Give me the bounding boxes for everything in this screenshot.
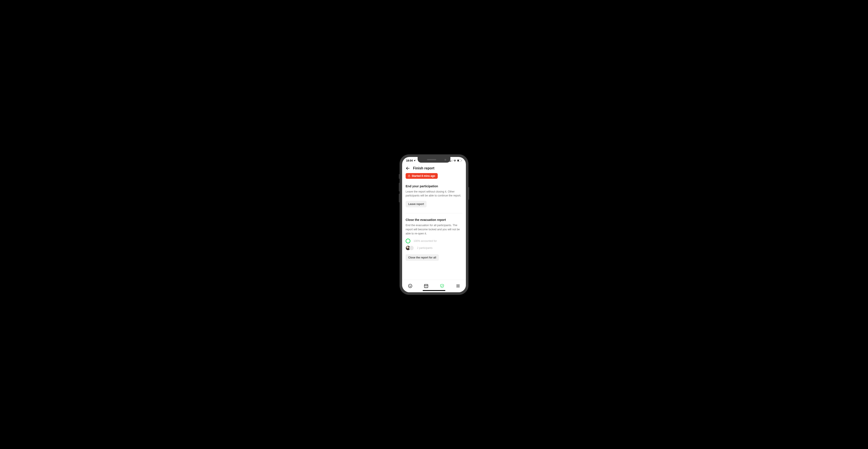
mute-switch[interactable] bbox=[399, 174, 400, 179]
close-report-title: Close the evacuation report bbox=[406, 218, 462, 222]
hamburger-icon bbox=[456, 284, 460, 288]
tab-activity[interactable] bbox=[406, 282, 414, 290]
location-icon bbox=[413, 160, 416, 162]
close-report-section: Close the evacuation report End the evac… bbox=[406, 218, 462, 261]
chevron-circle-icon bbox=[408, 284, 412, 288]
back-button[interactable] bbox=[406, 166, 410, 170]
arrow-left-icon bbox=[406, 166, 410, 170]
avatar bbox=[409, 246, 414, 250]
speaker-grille bbox=[427, 159, 436, 160]
accounted-label: 100% accounted for bbox=[413, 239, 437, 243]
timer-label: Started 8 mins ago bbox=[412, 174, 435, 178]
svg-point-11 bbox=[408, 284, 412, 288]
close-report-desc: End the evacuation for all participants.… bbox=[406, 223, 462, 235]
progress-ring-icon bbox=[406, 238, 410, 244]
end-participation-section: End your participation Leave the report … bbox=[406, 185, 462, 207]
svg-rect-3 bbox=[452, 160, 453, 162]
end-participation-desc: Leave the report without closing it. Oth… bbox=[406, 190, 462, 198]
participants-label: 2 participants bbox=[417, 247, 432, 250]
svg-rect-2 bbox=[451, 160, 452, 162]
screen: 18:04 Finish report Started 8 mins ago bbox=[402, 157, 466, 292]
tab-menu[interactable] bbox=[454, 282, 462, 290]
timer-badge: Started 8 mins ago bbox=[406, 173, 438, 179]
shield-check-icon bbox=[440, 284, 444, 288]
volume-down-button[interactable] bbox=[399, 194, 400, 202]
stopwatch-icon bbox=[408, 174, 410, 177]
status-time: 18:04 bbox=[406, 159, 413, 162]
svg-rect-6 bbox=[462, 160, 462, 161]
close-report-button[interactable]: Close the report for all bbox=[406, 254, 439, 261]
participant-avatars bbox=[406, 246, 414, 250]
calendar-icon bbox=[424, 284, 429, 288]
svg-rect-5 bbox=[458, 160, 459, 161]
svg-rect-1 bbox=[451, 160, 451, 162]
end-participation-title: End your participation bbox=[406, 185, 462, 188]
home-indicator[interactable] bbox=[423, 290, 445, 291]
participants-row: 2 participants bbox=[406, 246, 462, 250]
volume-up-button[interactable] bbox=[399, 183, 400, 191]
battery-icon bbox=[457, 159, 462, 162]
content-scroll[interactable]: Started 8 mins ago End your participatio… bbox=[402, 173, 466, 280]
wifi-icon bbox=[454, 160, 456, 162]
accounted-row: 100% accounted for bbox=[406, 238, 462, 244]
tab-safety[interactable] bbox=[438, 282, 446, 290]
leave-report-button[interactable]: Leave report bbox=[406, 201, 427, 207]
nav-header: Finish report bbox=[402, 164, 466, 173]
section-divider bbox=[406, 213, 462, 213]
notch bbox=[417, 157, 451, 163]
tab-calendar[interactable] bbox=[422, 282, 431, 290]
power-button[interactable] bbox=[468, 187, 469, 200]
phone-frame: 18:04 Finish report Started 8 mins ago bbox=[400, 154, 468, 295]
page-title: Finish report bbox=[413, 166, 434, 170]
front-camera bbox=[444, 159, 446, 161]
